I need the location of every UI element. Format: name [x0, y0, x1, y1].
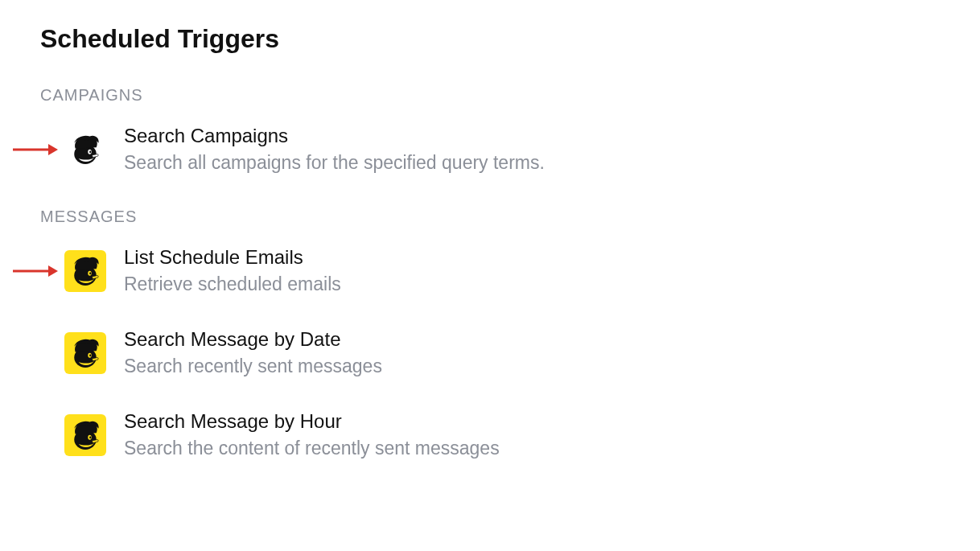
trigger-title: Search Campaigns: [124, 124, 545, 148]
mailchimp-icon: [64, 332, 106, 374]
trigger-text: Search Campaigns Search all campaigns fo…: [124, 124, 545, 175]
svg-marker-13: [48, 144, 58, 155]
mailchimp-icon: [64, 414, 106, 456]
trigger-list: Search Campaigns Search all campaigns fo…: [40, 124, 940, 175]
mailchimp-icon: [64, 250, 106, 292]
trigger-item-search-message-by-date[interactable]: Search Message by Date Search recently s…: [40, 327, 940, 379]
trigger-item-list-schedule-emails[interactable]: List Schedule Emails Retrieve scheduled …: [40, 245, 940, 297]
svg-point-5: [89, 272, 91, 274]
annotation-arrow-icon: [13, 142, 58, 158]
annotation-arrow-icon: [13, 263, 58, 279]
trigger-title: Search Message by Hour: [124, 409, 500, 434]
trigger-title: List Schedule Emails: [124, 245, 341, 269]
trigger-item-search-message-by-hour[interactable]: Search Message by Hour Search the conten…: [40, 409, 940, 461]
mailchimp-icon: [64, 129, 106, 171]
trigger-text: Search Message by Hour Search the conten…: [124, 409, 500, 461]
trigger-desc: Search recently sent messages: [124, 355, 382, 379]
svg-marker-15: [48, 265, 58, 277]
svg-point-2: [89, 150, 91, 153]
section-label: CAMPAIGNS: [40, 86, 940, 105]
page-title: Scheduled Triggers: [40, 24, 940, 54]
trigger-text: Search Message by Date Search recently s…: [124, 327, 382, 379]
trigger-desc: Search all campaigns for the specified q…: [124, 151, 545, 175]
trigger-item-search-campaigns[interactable]: Search Campaigns Search all campaigns fo…: [40, 124, 940, 175]
trigger-desc: Retrieve scheduled emails: [124, 273, 341, 297]
svg-point-11: [89, 436, 91, 438]
trigger-list: List Schedule Emails Retrieve scheduled …: [40, 245, 940, 461]
svg-point-8: [89, 354, 91, 356]
section-label: MESSAGES: [40, 208, 940, 226]
trigger-title: Search Message by Date: [124, 327, 382, 352]
trigger-desc: Search the content of recently sent mess…: [124, 437, 500, 461]
trigger-text: List Schedule Emails Retrieve scheduled …: [124, 245, 341, 297]
section-messages: MESSAGES: [40, 208, 940, 461]
page-root: Scheduled Triggers CAMPAIGNS: [0, 0, 980, 517]
section-campaigns: CAMPAIGNS: [40, 86, 940, 175]
